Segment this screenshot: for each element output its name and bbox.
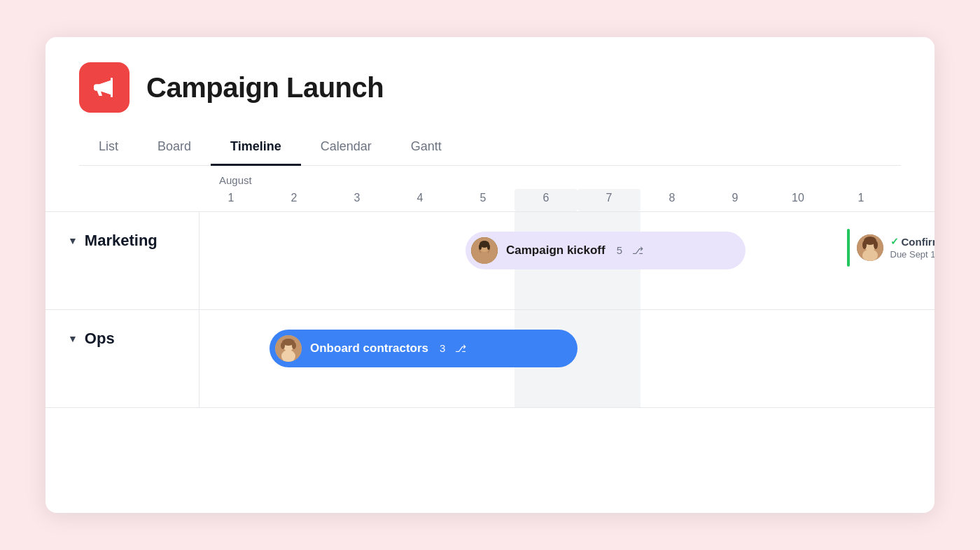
avatar-man-svg: [471, 237, 498, 264]
group-row-ops: ▼ Ops: [46, 310, 934, 408]
task-bar-campaign-kickoff[interactable]: Campaign kickoff 5 ⎇: [465, 232, 746, 269]
app-container: Campaign Launch List Board Timeline Cale…: [46, 37, 934, 513]
day-11: 1: [830, 189, 892, 211]
svg-point-7: [487, 244, 490, 250]
day-2: 2: [262, 189, 326, 211]
day-1: 1: [200, 189, 262, 211]
chevron-down-icon: ▼: [68, 235, 78, 246]
group-label-marketing: ▼ Marketing: [46, 212, 200, 309]
month-label: August: [200, 166, 934, 189]
campaign-kickoff-label: Campaign kickoff: [506, 244, 606, 258]
avatar-woman-confirm: [857, 234, 883, 261]
day-10: 10: [766, 189, 830, 211]
tabs-bar: List Board Timeline Calendar Gantt: [79, 132, 901, 166]
confirm-label: Confirm: [902, 236, 935, 248]
day-3: 3: [326, 189, 388, 211]
confirm-due: Due Sept 1: [890, 249, 935, 260]
ops-timeline: Onboard contractors 3 ⎇: [200, 310, 934, 407]
avatar-woman: [275, 335, 302, 362]
day-8: 8: [640, 189, 704, 211]
confirm-text-group: ✓ Confirm Due Sept 1: [890, 236, 935, 260]
onboard-contractors-label: Onboard contractors: [310, 341, 428, 355]
confirm-bar: ✓ Confirm Due Sept 1: [847, 229, 935, 267]
header: Campaign Launch List Board Timeline Cale…: [46, 37, 934, 166]
day-5: 5: [451, 189, 514, 211]
task-bar-onboard-contractors[interactable]: Onboard contractors 3 ⎇: [270, 330, 578, 367]
day-7: 7: [578, 189, 640, 211]
confirm-check: ✓: [890, 236, 899, 247]
avatar-man: [471, 237, 498, 264]
subtask-icon-ops: ⎇: [455, 343, 466, 354]
subtask-icon: ⎇: [632, 245, 643, 256]
tab-board[interactable]: Board: [138, 132, 211, 166]
tab-list[interactable]: List: [79, 132, 138, 166]
tab-timeline[interactable]: Timeline: [211, 132, 301, 166]
tab-calendar[interactable]: Calendar: [301, 132, 391, 166]
group-label-ops: ▼ Ops: [46, 310, 200, 407]
project-title-row: Campaign Launch: [79, 62, 901, 113]
megaphone-icon: [92, 75, 117, 100]
onboard-contractors-count: 3: [440, 342, 445, 354]
chevron-down-icon-ops: ▼: [68, 333, 78, 344]
rows-area: ▼ Marketing: [46, 212, 934, 514]
avatar-woman-svg: [275, 335, 302, 362]
avatar-woman-confirm-svg: [857, 234, 883, 261]
project-icon: [79, 62, 130, 113]
calendar-header: August 1 2 3 4 5 6 7 8 9 10 1: [46, 166, 934, 212]
day-6: 6: [514, 189, 578, 211]
day-4: 4: [388, 189, 451, 211]
marketing-timeline: Campaign kickoff 5 ⎇: [200, 212, 934, 309]
timeline-area: August 1 2 3 4 5 6 7 8 9 10 1 ▼ Market: [46, 166, 934, 514]
campaign-kickoff-count: 5: [617, 244, 622, 256]
group-name-ops: Ops: [85, 330, 115, 348]
group-name-marketing: Marketing: [85, 232, 158, 250]
page-title: Campaign Launch: [146, 72, 384, 104]
svg-point-18: [281, 342, 285, 349]
svg-point-12: [862, 241, 867, 249]
tab-gantt[interactable]: Gantt: [391, 132, 461, 166]
svg-point-13: [874, 241, 878, 249]
confirm-task: ✓ Confirm Due Sept 1: [847, 229, 935, 267]
day-9: 9: [704, 189, 766, 211]
svg-point-6: [479, 244, 482, 250]
day-numbers: 1 2 3 4 5 6 7 8 9 10 1: [200, 189, 934, 211]
group-row-marketing: ▼ Marketing: [46, 212, 934, 310]
svg-point-19: [292, 342, 296, 349]
confirm-line: [847, 229, 850, 267]
